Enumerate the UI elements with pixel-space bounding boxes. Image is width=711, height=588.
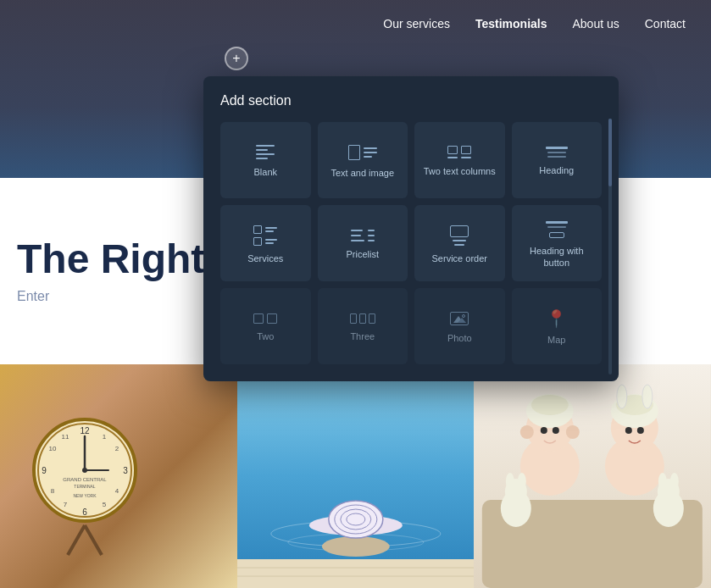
svg-text:6: 6 — [82, 508, 87, 517]
section-type-blank[interactable]: Blank — [220, 122, 311, 198]
svg-line-1 — [85, 525, 102, 555]
section-type-service-order[interactable]: Service order — [414, 205, 505, 281]
svg-point-43 — [541, 427, 547, 434]
svg-point-51 — [625, 427, 632, 434]
clock-image: 12 3 6 9 1 2 4 5 11 10 8 7 GRAND CENTRAL… — [17, 381, 153, 568]
section-type-text-and-image[interactable]: Text and image — [318, 122, 408, 198]
section-type-heading-with-button[interactable]: Heading with button — [512, 205, 603, 281]
two-text-columns-icon — [447, 146, 471, 158]
add-section-popup: Add section Blank — [203, 76, 619, 381]
svg-text:5: 5 — [103, 501, 107, 508]
svg-point-60 — [670, 473, 679, 490]
svg-point-18 — [82, 468, 87, 473]
popup-scrollbar[interactable] — [608, 119, 612, 374]
blank-label: Blank — [253, 166, 277, 178]
photo-icon — [450, 312, 469, 325]
image-babies — [474, 364, 711, 588]
svg-point-44 — [553, 427, 559, 434]
image-pool — [237, 364, 475, 588]
services-icon — [253, 225, 277, 246]
svg-text:2: 2 — [115, 445, 119, 452]
nav-about-us[interactable]: About us — [572, 17, 619, 31]
svg-point-55 — [506, 473, 514, 490]
heading-label: Heading — [539, 164, 574, 176]
section-type-services[interactable]: Services — [220, 205, 311, 281]
svg-point-42 — [566, 425, 580, 439]
section-type-map[interactable]: 📍 Map — [512, 288, 603, 364]
nav-contact[interactable]: Contact — [645, 17, 686, 31]
svg-text:10: 10 — [49, 445, 57, 452]
nav-testimonials[interactable]: Testimonials — [475, 17, 547, 31]
svg-point-28 — [322, 536, 390, 557]
two-icon — [253, 313, 277, 324]
two-text-columns-label: Two text columns — [424, 165, 496, 177]
svg-text:GRAND CENTRAL: GRAND CENTRAL — [63, 477, 107, 482]
section-type-photo[interactable]: Photo — [414, 288, 505, 364]
svg-point-52 — [637, 427, 644, 434]
nav-our-services[interactable]: Our services — [383, 17, 450, 31]
svg-text:4: 4 — [115, 487, 119, 495]
svg-text:11: 11 — [62, 433, 69, 441]
section-type-pricelist[interactable]: Pricelist — [318, 205, 408, 281]
svg-point-41 — [520, 425, 534, 439]
svg-point-49 — [617, 385, 627, 408]
svg-text:TERMINAL: TERMINAL — [74, 484, 96, 489]
pricelist-label: Pricelist — [346, 248, 379, 260]
blank-icon — [256, 145, 275, 159]
two-label: Two — [257, 330, 274, 342]
three-label: Three — [350, 330, 375, 342]
popup-title: Add section — [220, 93, 602, 108]
svg-line-0 — [68, 525, 85, 555]
pricelist-icon — [351, 230, 375, 241]
svg-text:1: 1 — [103, 433, 107, 441]
photo-label: Photo — [447, 332, 472, 344]
svg-text:8: 8 — [51, 487, 55, 495]
section-type-three[interactable]: Three — [318, 288, 408, 364]
heading-icon — [546, 147, 568, 158]
service-order-icon — [450, 225, 469, 246]
map-icon: 📍 — [546, 310, 567, 327]
image-clock: 12 3 6 9 1 2 4 5 11 10 8 7 GRAND CENTRAL… — [0, 364, 237, 588]
add-section-button[interactable]: + — [225, 47, 248, 70]
bottom-images: 12 3 6 9 1 2 4 5 11 10 8 7 GRAND CENTRAL… — [0, 364, 711, 588]
three-icon — [350, 313, 375, 324]
svg-point-59 — [658, 473, 667, 490]
svg-point-56 — [518, 473, 526, 490]
heading-with-button-label: Heading with button — [519, 245, 596, 269]
svg-text:12: 12 — [80, 426, 90, 435]
svg-point-40 — [531, 395, 569, 415]
section-type-grid: Blank Text and image — [220, 122, 602, 364]
navigation: Our services Testimonials About us Conta… — [0, 0, 711, 47]
svg-point-50 — [642, 385, 653, 408]
svg-rect-25 — [237, 559, 475, 588]
popup-scrollbar-thumb — [608, 119, 612, 186]
text-and-image-icon — [348, 145, 377, 160]
service-order-label: Service order — [432, 252, 487, 264]
services-label: Services — [247, 252, 283, 264]
heading-with-button-icon — [546, 221, 568, 238]
section-type-heading[interactable]: Heading — [512, 122, 603, 198]
svg-text:3: 3 — [123, 466, 128, 475]
section-type-two[interactable]: Two — [220, 288, 311, 364]
svg-text:7: 7 — [64, 501, 68, 508]
text-and-image-label: Text and image — [331, 167, 394, 179]
svg-text:9: 9 — [42, 466, 47, 475]
section-type-two-text-columns[interactable]: Two text columns — [414, 122, 505, 198]
svg-text:NEW YORK: NEW YORK — [73, 493, 97, 498]
map-label: Map — [547, 334, 565, 346]
